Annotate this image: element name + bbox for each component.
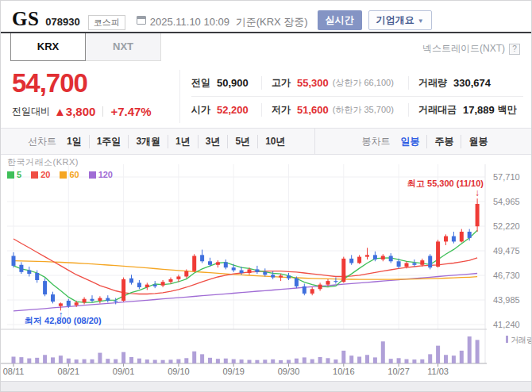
quote-timestamp: 2025.11.10 10:09 기준(KRX 장중) bbox=[150, 15, 308, 29]
period-daily[interactable]: 일봉 bbox=[393, 135, 426, 148]
ma20-legend: 20 bbox=[31, 170, 50, 179]
high-cell: 고가 55,300 (상한가 66,100) bbox=[261, 76, 408, 90]
amount-cell: 거래대금 17,889 백만 bbox=[408, 103, 523, 117]
quote-table: 전일 50,900 고가 55,300 (상한가 66,100) 거래량 330… bbox=[191, 70, 523, 123]
open-cell: 시가 52,200 bbox=[191, 103, 261, 117]
current-price: 54,700 bbox=[12, 70, 179, 98]
volume-label: 거래량 bbox=[418, 76, 447, 90]
ma5-chip-icon bbox=[7, 171, 14, 179]
ma120-label: 120 bbox=[98, 170, 113, 179]
company-overview-button[interactable]: 기업개요▼ bbox=[368, 10, 432, 30]
volume-value: 330,674 bbox=[453, 77, 491, 89]
market-tabbar: KRXNXT 넥스트레이드(NXT) ? bbox=[1, 33, 531, 62]
line-chart-group-label: 선차트 bbox=[28, 135, 56, 148]
volume-pane-icon bbox=[506, 336, 508, 343]
y-axis-label: 57,710 bbox=[493, 172, 520, 182]
chart-source-label: 한국거래소(KRX) bbox=[7, 156, 122, 168]
help-icon[interactable]: ? bbox=[509, 44, 520, 55]
down-arrow-icon: ↓ bbox=[475, 187, 480, 198]
y-axis-label: 52,220 bbox=[493, 221, 520, 231]
ma120-legend: 120 bbox=[89, 170, 113, 179]
ma5-legend: 5 bbox=[7, 170, 21, 179]
high-value: 55,300 bbox=[297, 77, 329, 89]
moving-average-lines bbox=[13, 230, 477, 311]
x-axis-label: 09/01 bbox=[113, 367, 135, 376]
high-label: 고가 bbox=[272, 76, 291, 90]
x-axis-label: 11/03 bbox=[427, 367, 449, 376]
x-axis-label: 10/27 bbox=[387, 367, 410, 376]
period-bar: 선차트 1일 1주일 3개월 1년 3년 5년 10년 봉차트 일봉 주봉 월봉 bbox=[1, 128, 531, 155]
ma60-legend: 60 bbox=[60, 170, 79, 179]
divider bbox=[314, 128, 315, 155]
open-label: 시가 bbox=[191, 103, 210, 117]
stock-detail-page: GS 078930 코스피 2025.11.10 10:09 기준(KRX 장중… bbox=[0, 0, 532, 392]
x-axis-label: 09/10 bbox=[168, 367, 190, 376]
ma20-chip-icon bbox=[31, 171, 38, 179]
prev-close-label: 전일 bbox=[191, 76, 210, 90]
period-10year[interactable]: 10년 bbox=[257, 135, 292, 148]
period-monthly[interactable]: 월봉 bbox=[461, 135, 495, 148]
nxt-info-label: 넥스트레이드(NXT) bbox=[422, 42, 505, 56]
up-arrow-icon: ↑ bbox=[58, 309, 63, 321]
period-3year[interactable]: 3년 bbox=[198, 135, 228, 148]
period-3month[interactable]: 3개월 bbox=[128, 135, 168, 148]
lower-limit: (하한가 35,700) bbox=[333, 104, 394, 116]
amount-unit: 백만 bbox=[498, 103, 517, 117]
y-axis-label: 54,965 bbox=[493, 197, 520, 206]
header: GS 078930 코스피 2025.11.10 10:09 기준(KRX 장중… bbox=[1, 1, 531, 33]
low-cell: 저가 51,600 (하한가 35,700) bbox=[261, 103, 408, 117]
high-annotation: 최고 55,300 (11/10) bbox=[407, 179, 484, 188]
chart-legend: 한국거래소(KRX) 5 20 60 120 bbox=[7, 156, 122, 179]
x-axis-label: 08/11 bbox=[3, 367, 25, 376]
period-1week[interactable]: 1주일 bbox=[89, 135, 129, 148]
upper-limit: (상한가 66,100) bbox=[333, 77, 394, 89]
ma120-chip-icon bbox=[89, 171, 96, 179]
x-axis-label: 10/16 bbox=[333, 367, 355, 376]
volume-series bbox=[12, 336, 480, 363]
x-axis-label: 08/21 bbox=[58, 367, 80, 376]
price-block: 54,700 전일대비 ▲3,800 +7.47% bbox=[12, 70, 180, 123]
quote-row-1: 전일 50,900 고가 55,300 (상한가 66,100) 거래량 330… bbox=[191, 70, 523, 97]
candlestick-series bbox=[12, 198, 480, 310]
volume-cell: 거래량 330,674 bbox=[408, 76, 523, 90]
low-value: 51,600 bbox=[297, 104, 329, 116]
ma5-label: 5 bbox=[17, 170, 21, 179]
ma-legend: 5 20 60 120 bbox=[7, 170, 122, 179]
prev-close-cell: 전일 50,900 bbox=[191, 76, 261, 90]
period-5year[interactable]: 5년 bbox=[227, 135, 257, 148]
quote-summary: 54,700 전일대비 ▲3,800 +7.47% 전일 50,900 고가 5… bbox=[1, 62, 531, 128]
amount-label: 거래대금 bbox=[418, 103, 457, 117]
x-axis-label: 09/30 bbox=[278, 367, 300, 376]
quote-row-2: 시가 52,200 저가 51,600 (하한가 35,700) 거래대금 17… bbox=[191, 97, 523, 123]
period-weekly[interactable]: 주봉 bbox=[426, 135, 461, 148]
stock-chart: 08/1108/2109/0109/1009/1909/3010/1610/27… bbox=[1, 155, 532, 381]
timestamp-suffix: 기준(KRX 장중) bbox=[236, 16, 308, 28]
tab-krx[interactable]: KRX bbox=[10, 33, 86, 61]
open-value: 52,200 bbox=[217, 104, 249, 116]
price-change-line: 전일대비 ▲3,800 +7.47% bbox=[12, 105, 179, 118]
footer-strip bbox=[1, 381, 531, 392]
y-axis-label: 49,475 bbox=[493, 246, 520, 256]
amount-value: 17,889 bbox=[463, 104, 495, 116]
chevron-down-icon: ▼ bbox=[418, 17, 424, 25]
period-1year[interactable]: 1년 bbox=[168, 135, 198, 148]
low-annotation: 최저 42,800 (08/20) bbox=[25, 316, 102, 325]
divider bbox=[102, 106, 103, 117]
prev-close-value: 50,900 bbox=[217, 77, 249, 89]
x-axis-label: 09/19 bbox=[222, 367, 245, 376]
company-overview-label: 기업개요 bbox=[376, 14, 414, 25]
market-badge: 코스피 bbox=[88, 15, 125, 30]
change-amount: 3,800 bbox=[66, 105, 96, 118]
stock-name: GS bbox=[12, 8, 39, 30]
realtime-button[interactable]: 실시간 bbox=[318, 10, 362, 30]
period-1day[interactable]: 1일 bbox=[60, 135, 89, 148]
tab-nxt[interactable]: NXT bbox=[86, 33, 161, 61]
stock-code: 078930 bbox=[45, 16, 79, 28]
ma60-label: 60 bbox=[69, 170, 79, 179]
up-arrow-icon: ▲ bbox=[54, 105, 66, 118]
volume-pane-label: 거래량 bbox=[511, 336, 532, 344]
ma60-chip-icon bbox=[60, 171, 67, 179]
candle-chart-group: 봉차트 일봉 주봉 월봉 bbox=[361, 135, 495, 148]
nxt-info: 넥스트레이드(NXT) ? bbox=[422, 42, 520, 56]
y-axis-label: 41,240 bbox=[493, 320, 520, 329]
